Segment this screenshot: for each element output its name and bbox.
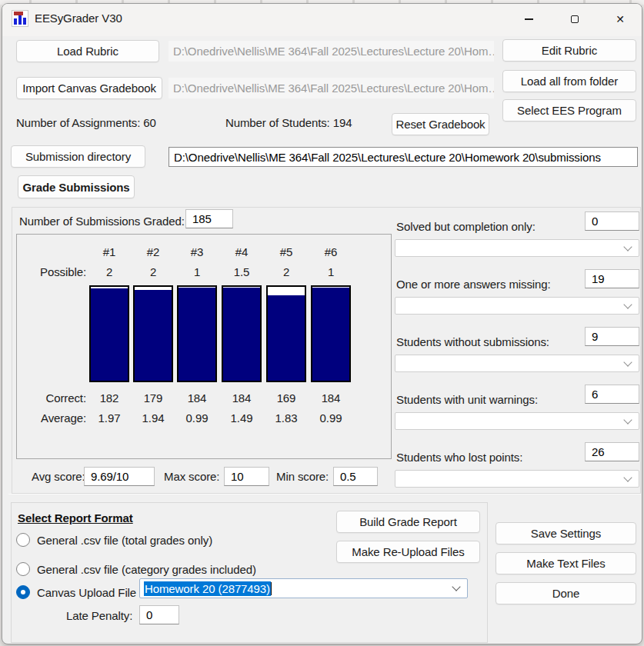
correct-value: 184 <box>222 391 262 405</box>
counter-dropdown[interactable] <box>395 297 639 315</box>
load-all-from-folder-button[interactable]: Load all from folder <box>502 70 636 92</box>
late-penalty-label: Late Penalty: <box>66 609 132 622</box>
correct-value: 169 <box>266 391 306 405</box>
max-score-field[interactable]: 10 <box>224 467 269 486</box>
counter-dropdown[interactable] <box>395 239 639 257</box>
canvas-assignment-selected-text: Homework 20 (2877493) <box>144 581 271 596</box>
correct-row-label: Correct: <box>20 391 86 405</box>
reset-gradebook-button[interactable]: Reset Gradebook <box>392 113 489 135</box>
score-bar <box>89 285 129 382</box>
counter-dropdown[interactable] <box>395 470 639 488</box>
load-rubric-button[interactable]: Load Rubric <box>16 40 159 62</box>
submission-path-field[interactable]: D:\Onedrive\Nellis\ME 364\Fall 2025\Lect… <box>169 147 638 167</box>
counter-dropdown[interactable] <box>395 355 639 372</box>
late-penalty-field[interactable]: 0 <box>139 605 179 624</box>
possible-value: 2 <box>266 265 306 278</box>
average-value: 1.49 <box>222 411 262 425</box>
min-score-field[interactable]: 0.5 <box>333 467 378 486</box>
min-score-label: Min score: <box>276 470 329 483</box>
chevron-down-icon <box>623 473 632 481</box>
counter-label: One or more answers missing: <box>396 278 551 291</box>
counter-label: Students without submissions: <box>396 335 549 348</box>
canvas-assignment-combobox[interactable]: Homework 20 (2877493) <box>139 578 468 598</box>
done-button[interactable]: Done <box>496 582 636 604</box>
maximize-button[interactable] <box>557 7 592 32</box>
counter-row: One or more answers missing:19 <box>395 268 639 325</box>
minimize-button[interactable] <box>511 7 546 32</box>
column-header: #3 <box>177 245 217 258</box>
build-grade-report-button[interactable]: Build Grade Report <box>336 511 480 533</box>
report-option-row[interactable]: General .csv file (total grades only) <box>16 531 212 548</box>
report-option-row[interactable]: Canvas Upload File <box>16 584 136 601</box>
avg-score-field[interactable]: 9.69/10 <box>84 467 155 486</box>
score-bar-missing-fraction <box>91 287 128 288</box>
column-header: #4 <box>222 245 262 258</box>
average-value: 0.99 <box>311 411 351 425</box>
counter-label: Solved but completion only: <box>396 220 536 233</box>
report-format-title: Select Report Format <box>18 511 133 524</box>
score-bar-missing-fraction <box>223 287 260 288</box>
title-bar[interactable]: EESyGrader V30 ✕ <box>2 4 642 36</box>
report-option-label: Canvas Upload File <box>37 586 136 599</box>
score-bar <box>133 285 173 382</box>
average-value: 1.94 <box>133 411 173 425</box>
chevron-down-icon <box>623 300 632 308</box>
average-value: 1.97 <box>89 411 129 425</box>
counter-label: Students with unit warnings: <box>396 393 538 406</box>
possible-row-label: Possible: <box>20 265 86 278</box>
rubric-path-field[interactable]: D:\Onedrive\Nellis\ME 364\Fall 2025\Lect… <box>169 41 494 62</box>
text-cursor <box>271 582 272 595</box>
graded-count-label: Number of Submissions Graded: <box>19 215 185 228</box>
make-text-files-button[interactable]: Make Text Files <box>496 552 636 574</box>
results-bar-chart: Possible:Correct:Average:#121821.97#2217… <box>16 234 392 459</box>
edit-rubric-button[interactable]: Edit Rubric <box>502 39 636 62</box>
minimize-icon <box>525 18 533 19</box>
report-option-label: General .csv file (category grades inclu… <box>37 563 256 576</box>
counter-value-field[interactable]: 9 <box>585 327 639 346</box>
close-button[interactable]: ✕ <box>602 7 638 32</box>
close-icon: ✕ <box>616 14 625 25</box>
make-reupload-files-button[interactable]: Make Re-Upload Files <box>336 541 480 563</box>
radio-unselected-icon[interactable] <box>16 562 30 576</box>
chevron-down-icon <box>623 415 632 424</box>
grade-submissions-button[interactable]: Grade Submissions <box>18 175 135 198</box>
chevron-down-icon <box>452 582 460 591</box>
counter-value-field[interactable]: 0 <box>585 211 639 231</box>
counters-panel: Solved but completion only:0One or more … <box>395 210 639 498</box>
maximize-icon <box>571 15 579 23</box>
window-title: EESyGrader V30 <box>35 12 122 25</box>
correct-value: 179 <box>133 391 173 405</box>
column-header: #2 <box>133 245 173 258</box>
max-score-label: Max score: <box>164 470 219 483</box>
score-bar <box>177 285 217 382</box>
graded-count-field[interactable]: 185 <box>185 209 233 228</box>
average-value: 1.83 <box>266 411 306 425</box>
counter-row: Solved but completion only:0 <box>395 210 639 268</box>
counter-dropdown[interactable] <box>395 412 639 430</box>
import-gradebook-button[interactable]: Import Canvas Gradebook <box>16 77 162 99</box>
possible-value: 2 <box>133 265 173 278</box>
avg-score-label: Avg score: <box>32 470 85 483</box>
report-option-row[interactable]: General .csv file (category grades inclu… <box>16 561 256 578</box>
select-ees-program-button[interactable]: Select EES Program <box>502 99 636 122</box>
section-divider <box>8 494 641 494</box>
submission-directory-button[interactable]: Submission directory <box>11 145 145 168</box>
average-row-label: Average: <box>20 411 86 425</box>
possible-value: 1 <box>311 265 351 278</box>
counter-value-field[interactable]: 19 <box>585 269 639 288</box>
save-settings-button[interactable]: Save Settings <box>496 522 636 544</box>
radio-selected-icon[interactable] <box>16 585 30 599</box>
counter-label: Students who lost points: <box>396 451 522 464</box>
gradebook-path-field[interactable]: D:\Onedrive\Nellis\ME 364\Fall 2025\Lect… <box>169 78 494 98</box>
counter-value-field[interactable]: 26 <box>585 442 639 461</box>
possible-value: 1.5 <box>222 265 262 278</box>
score-bar <box>311 285 351 382</box>
average-value: 0.99 <box>177 411 217 425</box>
counter-row: Students with unit warnings:6 <box>395 383 639 441</box>
report-option-label: General .csv file (total grades only) <box>37 534 212 547</box>
score-bar <box>266 285 306 382</box>
counter-value-field[interactable]: 6 <box>585 385 639 404</box>
score-bar-missing-fraction <box>135 287 172 290</box>
radio-unselected-icon[interactable] <box>16 533 30 547</box>
possible-value: 2 <box>89 265 129 278</box>
